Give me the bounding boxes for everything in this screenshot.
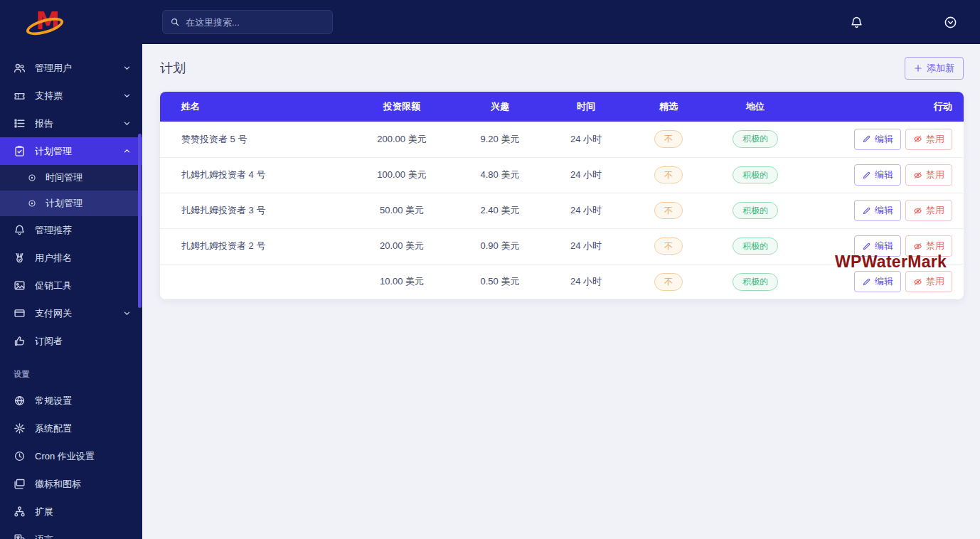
- sidebar-item-cron-job-settings[interactable]: Cron 作业设置: [0, 442, 142, 470]
- edit-button-label: 编辑: [875, 240, 893, 252]
- plan-time: 24 小时: [548, 122, 624, 157]
- clipboard-icon: [14, 145, 26, 157]
- chevron-down-icon: [123, 92, 131, 100]
- sidebar-item-language[interactable]: 语言: [0, 525, 142, 539]
- sidebar-subitem-label: 计划管理: [46, 197, 131, 210]
- chevron-down-icon: [123, 64, 131, 72]
- table-row: 扎姆扎姆投资者 4 号 100.00 美元 4.80 美元 24 小时 不 积极…: [160, 157, 964, 193]
- chevron-down-icon: [123, 119, 131, 127]
- edit-button-label: 编辑: [875, 204, 893, 217]
- logo-mark: M: [24, 6, 68, 39]
- notification-bell-icon[interactable]: [850, 16, 863, 29]
- column-header-status: 地位: [713, 92, 797, 122]
- users-icon: [14, 62, 26, 74]
- add-new-button[interactable]: 添加新: [905, 57, 964, 80]
- dot-circle-icon: [27, 198, 37, 208]
- sidebar-subitem-plan-management[interactable]: 计划管理: [0, 191, 142, 216]
- table-header-row: 姓名 投资限额 兴趣 时间 精选 地位 行动: [160, 92, 964, 122]
- sidebar-section-settings: 设置: [0, 355, 142, 387]
- eye-slash-icon: [913, 242, 922, 251]
- sidebar-item-label: 用户排名: [35, 252, 131, 265]
- sidebar-item-label: 支付网关: [35, 307, 123, 320]
- edit-button[interactable]: 编辑: [854, 200, 901, 221]
- sidebar-item-plan-management[interactable]: 计划管理: [0, 137, 142, 165]
- sidebar-item-label: 报告: [35, 117, 123, 130]
- sidebar-item-support-tickets[interactable]: 支持票: [0, 82, 142, 110]
- sidebar-item-label: 促销工具: [35, 279, 131, 292]
- disable-button[interactable]: 禁用: [905, 200, 952, 221]
- plans-table-card: 姓名 投资限额 兴趣 时间 精选 地位 行动 赞赞投资者 5 号 200.00 …: [160, 92, 964, 299]
- sidebar-item-label: Cron 作业设置: [35, 450, 131, 463]
- sidebar-item-promo-tools[interactable]: 促销工具: [0, 272, 142, 299]
- sidebar-item-payment-gateways[interactable]: 支付网关: [0, 299, 142, 327]
- edit-button-label: 编辑: [875, 169, 893, 181]
- column-header-name: 姓名: [160, 92, 352, 122]
- plan-name: 扎姆扎姆投资者 4 号: [160, 157, 352, 193]
- disable-button[interactable]: 禁用: [905, 164, 952, 186]
- eye-slash-icon: [913, 206, 922, 215]
- sidebar-subitem-time-management[interactable]: 时间管理: [0, 165, 142, 191]
- plan-time: 24 小时: [548, 228, 624, 264]
- sidebar-item-manage-users[interactable]: 管理用户: [0, 54, 142, 82]
- sidebar-item-label: 语言: [35, 533, 131, 539]
- sidebar-item-reports[interactable]: 报告: [0, 110, 142, 137]
- column-header-time: 时间: [548, 92, 624, 122]
- language-icon: [14, 533, 26, 539]
- plan-name: [160, 264, 352, 299]
- edit-button[interactable]: 编辑: [854, 129, 901, 150]
- status-badge: 积极的: [733, 273, 778, 291]
- disable-button[interactable]: 禁用: [905, 235, 952, 257]
- app-logo[interactable]: M: [0, 0, 142, 46]
- plans-table: 姓名 投资限额 兴趣 时间 精选 地位 行动 赞赞投资者 5 号 200.00 …: [160, 92, 964, 299]
- pencil-icon: [862, 171, 871, 180]
- edit-button-label: 编辑: [875, 275, 893, 288]
- sidebar-item-general-settings[interactable]: 常规设置: [0, 387, 142, 415]
- search-icon: [170, 17, 180, 27]
- column-header-action: 行动: [797, 92, 964, 122]
- plan-time: 24 小时: [548, 193, 624, 228]
- dot-circle-icon: [27, 173, 37, 183]
- clock-icon: [14, 450, 26, 462]
- plan-interest: 9.20 美元: [452, 122, 548, 157]
- sidebar-scrollbar[interactable]: [138, 134, 142, 308]
- edit-button-label: 编辑: [875, 133, 893, 146]
- medal-icon: [14, 252, 26, 264]
- chevron-up-icon: [123, 147, 131, 155]
- sidebar-item-label: 管理推荐: [35, 224, 131, 237]
- user-menu-icon[interactable]: [944, 16, 957, 29]
- plan-management-submenu: 时间管理 计划管理: [0, 165, 142, 216]
- sidebar-item-label: 计划管理: [35, 145, 123, 158]
- featured-badge: 不: [654, 202, 683, 220]
- plan-time: 24 小时: [548, 264, 624, 299]
- sidebar-item-label: 支持票: [35, 90, 123, 102]
- column-header-invest-limit: 投资限额: [352, 92, 452, 122]
- table-row: 赞赞投资者 5 号 200.00 美元 9.20 美元 24 小时 不 积极的 …: [160, 122, 964, 157]
- images-icon: [14, 478, 26, 490]
- sidebar-item-label: 徽标和图标: [35, 478, 131, 491]
- sidebar-item-extensions[interactable]: 扩展: [0, 498, 142, 525]
- ticket-icon: [14, 90, 26, 102]
- thumbs-up-icon: [14, 335, 26, 347]
- eye-slash-icon: [913, 134, 922, 144]
- sitemap-icon: [14, 506, 26, 518]
- sidebar-item-label: 常规设置: [35, 395, 131, 407]
- sidebar-subitem-label: 时间管理: [46, 171, 131, 184]
- bell-icon: [14, 224, 26, 236]
- edit-button[interactable]: 编辑: [854, 164, 901, 186]
- sidebar-item-manage-referrals[interactable]: 管理推荐: [0, 216, 142, 244]
- sidebar-item-subscribers[interactable]: 订阅者: [0, 327, 142, 355]
- disable-button[interactable]: 禁用: [905, 271, 952, 292]
- featured-badge: 不: [654, 166, 683, 184]
- sidebar-item-user-ranking[interactable]: 用户排名: [0, 244, 142, 272]
- page-header: 计划 添加新: [160, 57, 964, 80]
- plan-name: 赞赞投资者 5 号: [160, 122, 352, 157]
- sidebar-item-logo-and-icons[interactable]: 徽标和图标: [0, 470, 142, 498]
- plan-time: 24 小时: [548, 157, 624, 193]
- sidebar-item-system-configuration[interactable]: 系统配置: [0, 415, 142, 442]
- disable-button[interactable]: 禁用: [905, 129, 952, 150]
- edit-button[interactable]: 编辑: [854, 235, 901, 257]
- credit-card-icon: [14, 307, 26, 319]
- pencil-icon: [862, 242, 871, 251]
- search-input[interactable]: [186, 17, 325, 28]
- edit-button[interactable]: 编辑: [854, 271, 901, 292]
